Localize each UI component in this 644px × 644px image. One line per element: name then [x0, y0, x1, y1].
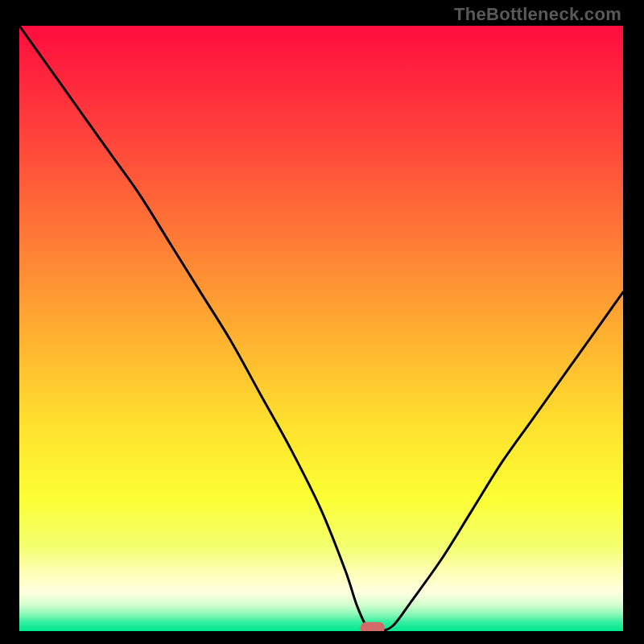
attribution-text: TheBottleneck.com	[454, 4, 621, 25]
chart-frame	[19, 26, 623, 631]
gradient-background	[19, 26, 623, 631]
optimal-marker	[361, 622, 385, 631]
bottleneck-chart	[19, 26, 623, 631]
